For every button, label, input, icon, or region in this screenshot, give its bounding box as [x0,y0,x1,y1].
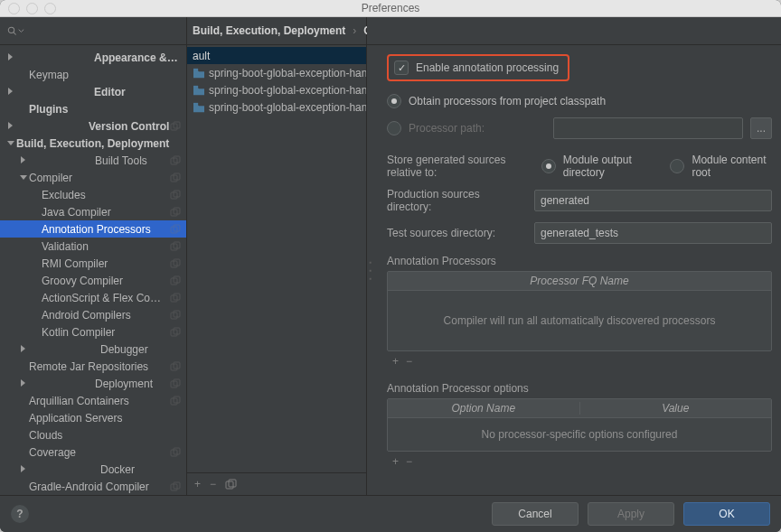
profile-item[interactable]: spring-boot-global-exception-handle_ [187,98,366,116]
store-output-label: Module output directory [563,154,658,179]
tree-spacer [20,362,29,371]
sidebar-item[interactable]: Coverage [0,443,186,461]
enable-annotation-label: Enable annotation processing [416,61,559,74]
sidebar-item[interactable]: Excludes [0,186,186,203]
sidebar-item[interactable]: Appearance & Behavior [0,49,186,66]
enable-annotation-checkbox[interactable] [394,61,409,75]
copy-profile-button[interactable] [225,479,238,490]
proc-remove-button[interactable]: − [406,355,412,368]
chevron-right-icon [20,465,100,474]
chevron-down-icon [20,173,29,182]
sidebar-item-label: Android Compilers [42,309,170,322]
obtain-classpath-radio[interactable] [387,94,401,108]
project-scope-icon [170,361,181,372]
project-scope-icon [170,241,181,252]
opt-table-empty: No processor-specific options configured [482,428,678,441]
opt-add-button[interactable]: + [392,455,399,468]
sidebar-item[interactable]: Application Servers [0,409,186,426]
ok-button[interactable]: OK [683,502,770,526]
sidebar-item-label: Debugger [100,343,181,356]
splitter-handle-icon[interactable]: ▪▪▪ [367,45,374,495]
sidebar-item[interactable]: Plugins [0,100,186,117]
project-scope-icon [170,378,181,389]
sidebar-item[interactable]: Clouds [0,426,186,443]
sidebar-item[interactable]: RMI Compiler [0,255,186,272]
sidebar-item[interactable]: Build, Execution, Deployment [0,135,186,152]
chevron-right-icon [7,53,94,62]
obtain-classpath-label: Obtain processors from project classpath [409,95,606,107]
profile-item[interactable]: ault [187,47,366,64]
remove-profile-button[interactable]: − [210,478,216,490]
svg-rect-38 [193,68,198,70]
sidebar-item-label: Validation [42,240,170,253]
sidebar-item-label: Version Control [89,120,170,133]
sidebar-item[interactable]: Editor [0,83,186,100]
sidebar-item[interactable]: Annotation Processors [0,220,186,238]
folder-icon [193,85,205,96]
sidebar-item[interactable]: Arquillian Containers [0,392,186,409]
profile-list[interactable]: aultspring-boot-global-exception-handles… [187,45,366,472]
processors-table[interactable]: Processor FQ Name Compiler will run all … [387,271,772,351]
proc-table-header: Processor FQ Name [530,275,628,287]
add-profile-button[interactable]: + [194,478,201,490]
search-input[interactable] [28,23,179,38]
profile-label: spring-boot-global-exception-handle [209,67,366,79]
chevron-right-icon [7,122,89,131]
proc-add-button[interactable]: + [392,355,399,368]
project-scope-icon [170,258,181,269]
tree-spacer [20,414,29,423]
profile-item[interactable]: spring-boot-global-exception-handle_ [187,81,366,98]
tree-spacer [33,311,42,320]
sidebar-item-label: Build, Execution, Deployment [16,137,181,150]
sidebar-item[interactable]: Deployment [0,375,186,392]
sidebar-item[interactable]: Compiler [0,169,186,186]
sidebar-item[interactable]: Debugger [0,341,186,358]
opt-remove-button[interactable]: − [406,455,412,468]
sidebar-item[interactable]: ActionScript & Flex Compiler [0,289,186,306]
processor-path-radio[interactable] [387,121,401,135]
settings-tree[interactable]: Appearance & BehaviorKeymapEditorPlugins… [0,45,186,495]
prod-dir-input[interactable] [534,190,772,211]
sidebar-item[interactable]: Gradle-Android Compiler [0,478,186,495]
sidebar-item-label: Excludes [42,189,170,201]
profile-item[interactable]: spring-boot-global-exception-handle [187,64,366,81]
project-scope-icon [170,155,181,166]
cancel-button[interactable]: Cancel [492,502,579,526]
store-content-radio[interactable] [670,159,684,173]
profile-label: spring-boot-global-exception-handle_ [209,84,366,97]
sidebar-item[interactable]: Java Compiler [0,203,186,220]
store-output-radio[interactable] [541,159,556,173]
sidebar-item-label: RMI Compiler [42,257,170,270]
sidebar-item[interactable]: Docker [0,461,186,478]
sidebar-item[interactable]: Build Tools [0,152,186,169]
sidebar-item-label: Gradle-Android Compiler [29,481,170,493]
tree-spacer [33,225,42,234]
sidebar-item-label: Docker [100,463,181,476]
chevron-down-icon [18,27,24,34]
sidebar-item-label: Plugins [29,103,181,116]
test-dir-input[interactable] [534,222,772,244]
processor-path-input[interactable] [553,117,743,139]
sidebar-item[interactable]: Validation [0,238,186,255]
tree-spacer [20,397,29,406]
sidebar-item[interactable]: Keymap [0,66,186,83]
sidebar-item-label: Groovy Compiler [42,275,170,287]
search-box[interactable] [0,17,186,45]
sidebar-item[interactable]: Groovy Compiler [0,272,186,289]
tree-spacer [20,482,29,491]
tree-spacer [20,431,29,440]
tree-spacer [33,259,42,268]
apply-button[interactable]: Apply [588,502,674,526]
sidebar-item[interactable]: Android Compilers [0,306,186,323]
help-button[interactable]: ? [11,505,29,523]
browse-button[interactable]: ... [750,117,772,139]
sidebar-item-label: Application Servers [29,412,181,425]
sidebar-item[interactable]: Kotlin Compiler [0,323,186,341]
svg-point-0 [8,27,14,33]
sidebar-item[interactable]: Remote Jar Repositories [0,358,186,375]
svg-rect-41 [226,481,233,489]
sidebar-item[interactable]: Version Control [0,117,186,135]
chevron-down-icon [7,139,16,148]
test-dir-label: Test sources directory: [387,227,527,239]
options-table[interactable]: Option Name Value No processor-specific … [387,398,772,452]
